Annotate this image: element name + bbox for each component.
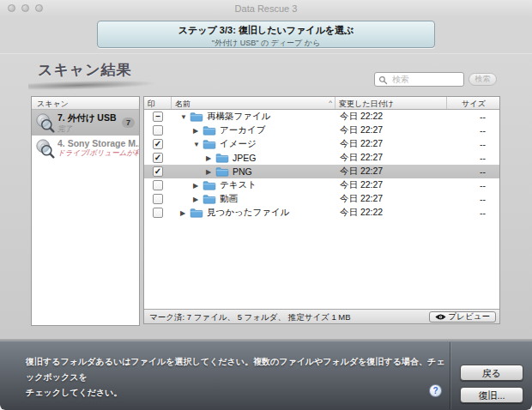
eye-icon bbox=[435, 313, 446, 321]
checkbox[interactable]: – bbox=[153, 112, 163, 122]
size-cell: -- bbox=[447, 166, 499, 177]
table-row[interactable]: ✓ ▼ イメージ 今日 22:27 -- bbox=[144, 137, 499, 151]
disclosure-icon[interactable]: ▶ bbox=[206, 154, 215, 162]
mark-cell: ✓ bbox=[144, 139, 172, 149]
date-cell: 今日 22:27 bbox=[336, 166, 447, 178]
disclosure-icon[interactable]: ▶ bbox=[193, 182, 202, 190]
disclosure-icon[interactable]: ▶ bbox=[193, 127, 202, 135]
disclosure-icon[interactable]: ▶ bbox=[206, 168, 215, 176]
checkbox[interactable]: ✓ bbox=[153, 166, 163, 177]
table-header: 印 名前 ^ 変更した日付け サイズ bbox=[144, 97, 499, 110]
date-cell: 今日 22:27 bbox=[336, 124, 447, 136]
column-header-name[interactable]: 名前 ^ bbox=[172, 97, 336, 109]
folder-icon bbox=[190, 208, 203, 218]
mark-cell: ✓ bbox=[144, 153, 172, 163]
date-cell: 今日 22:22 bbox=[336, 111, 447, 123]
footer-bar: 復旧するフォルダあるいはファイルを選択してください。複数のファイルやフォルダを復… bbox=[0, 340, 532, 410]
table-row[interactable]: ▶ 見つかったファイル 今日 22:22 -- bbox=[144, 206, 499, 220]
window-title: Data Rescue 3 bbox=[0, 3, 532, 14]
checkbox[interactable] bbox=[153, 125, 163, 136]
column-header-name-label: 名前 bbox=[175, 99, 190, 108]
sidebar-item-subtitle: ドライブ/ボリュームが利… bbox=[57, 148, 139, 159]
status-text: マーク済: 7 ファイル、 5 フォルダ、 推定サイズ 1 MB bbox=[149, 312, 351, 323]
scan-sidebar: スキャン 7. 外付け USB 完了 7 bbox=[31, 96, 140, 326]
size-cell: -- bbox=[447, 112, 499, 122]
tree-cell: ▶ 見つかったファイル bbox=[172, 207, 336, 219]
step-subtitle: "外付け USB" の ディープ から bbox=[98, 38, 434, 49]
table-row[interactable]: ▶ 動画 今日 22:27 -- bbox=[144, 192, 499, 206]
step-banner: ステップ 3/3: 復旧したいファイルを選ぶ "外付け USB" の ディープ … bbox=[97, 21, 435, 48]
disclosure-icon[interactable]: ▶ bbox=[193, 196, 202, 203]
checkbox[interactable] bbox=[153, 180, 163, 190]
footer-divider bbox=[450, 342, 450, 409]
date-cell: 今日 22:27 bbox=[336, 152, 447, 164]
folder-icon bbox=[203, 139, 216, 149]
size-cell: -- bbox=[447, 180, 499, 190]
sort-ascending-icon: ^ bbox=[329, 99, 332, 106]
table-row[interactable]: ▶ アーカイブ 今日 22:27 -- bbox=[144, 124, 499, 137]
sidebar-item-title: 4. Sony Storage M... bbox=[57, 138, 139, 148]
sidebar-header: スキャン bbox=[32, 97, 139, 110]
file-table: 印 名前 ^ 変更した日付け サイズ – ▼ 再構築ファイル 今日 22:22 … bbox=[143, 96, 500, 324]
folder-icon bbox=[215, 153, 229, 163]
disclosure-icon[interactable]: ▶ bbox=[180, 209, 189, 217]
checkbox[interactable] bbox=[153, 194, 163, 204]
checkbox[interactable] bbox=[153, 208, 163, 218]
table-row[interactable]: ✓ ▶ JPEG 今日 22:27 -- bbox=[144, 151, 499, 165]
file-name: テキスト bbox=[220, 179, 257, 191]
column-header-mark[interactable]: 印 bbox=[144, 97, 172, 109]
disclosure-icon[interactable]: ▼ bbox=[193, 141, 202, 148]
preview-button[interactable]: プレビュー bbox=[429, 311, 496, 323]
sidebar-item[interactable]: 4. Sony Storage M... ドライブ/ボリュームが利… bbox=[32, 136, 139, 161]
date-cell: 今日 22:22 bbox=[336, 207, 447, 219]
sidebar-item[interactable]: 7. 外付け USB 完了 7 bbox=[32, 110, 139, 136]
column-header-size[interactable]: サイズ bbox=[447, 97, 499, 109]
mark-cell: ✓ bbox=[144, 166, 172, 177]
tree-cell: ▶ JPEG bbox=[172, 153, 336, 163]
table-row[interactable]: – ▼ 再構築ファイル 今日 22:22 -- bbox=[144, 110, 499, 124]
scan-icon bbox=[34, 112, 55, 133]
help-button[interactable]: ? bbox=[429, 384, 442, 397]
mark-cell bbox=[144, 208, 172, 218]
sidebar-list: 7. 外付け USB 完了 7 4. Sony Storage M... ドライ… bbox=[32, 110, 139, 161]
size-cell: -- bbox=[447, 208, 499, 218]
column-header-date[interactable]: 変更した日付け bbox=[336, 97, 447, 109]
preview-label: プレビュー bbox=[449, 311, 490, 323]
search-field[interactable] bbox=[374, 72, 464, 87]
size-cell: -- bbox=[447, 139, 499, 149]
page-title: スキャン結果 bbox=[38, 60, 132, 80]
size-cell: -- bbox=[447, 153, 499, 163]
file-name: イメージ bbox=[220, 138, 257, 150]
checkbox[interactable]: ✓ bbox=[153, 139, 163, 149]
recover-button[interactable]: 復旧... bbox=[460, 387, 523, 403]
file-name: 動画 bbox=[220, 193, 238, 205]
step-title: ステップ 3/3: 復旧したいファイルを選ぶ bbox=[98, 24, 434, 37]
tree-cell: ▶ アーカイブ bbox=[172, 124, 336, 136]
title-bar: Data Rescue 3 bbox=[0, 0, 532, 17]
folder-icon bbox=[203, 194, 216, 204]
scan-icon bbox=[34, 138, 55, 159]
table-row[interactable]: ▶ テキスト 今日 22:27 -- bbox=[144, 178, 499, 192]
tree-cell: ▶ テキスト bbox=[172, 179, 336, 191]
file-name: PNG bbox=[233, 166, 252, 177]
checkbox[interactable]: ✓ bbox=[153, 153, 163, 163]
mark-cell bbox=[144, 180, 172, 190]
disclosure-icon[interactable]: ▼ bbox=[180, 113, 189, 121]
mark-cell: – bbox=[144, 112, 172, 122]
status-badge: 7 bbox=[122, 118, 135, 128]
tree-cell: ▶ 動画 bbox=[172, 193, 336, 205]
file-name: 再構築ファイル bbox=[207, 111, 270, 123]
tree-cell: ▼ 再構築ファイル bbox=[172, 111, 336, 123]
size-cell: -- bbox=[447, 125, 499, 136]
search-button[interactable]: 検索 bbox=[469, 73, 497, 86]
folder-icon bbox=[203, 180, 216, 190]
search-input[interactable] bbox=[390, 74, 461, 85]
app-window: Data Rescue 3 ステップ 3/3: 復旧したいファイルを選ぶ "外付… bbox=[0, 0, 532, 410]
table-body: – ▼ 再構築ファイル 今日 22:22 -- ▶ アーカイブ 今日 22:27… bbox=[144, 110, 499, 220]
folder-icon bbox=[190, 112, 203, 122]
mark-cell bbox=[144, 125, 172, 136]
size-cell: -- bbox=[447, 194, 499, 204]
table-row[interactable]: ✓ ▶ PNG 今日 22:27 -- bbox=[144, 165, 499, 178]
status-bar: マーク済: 7 ファイル、 5 フォルダ、 推定サイズ 1 MB プレビュー bbox=[144, 309, 499, 323]
back-button[interactable]: 戻る bbox=[460, 365, 523, 381]
